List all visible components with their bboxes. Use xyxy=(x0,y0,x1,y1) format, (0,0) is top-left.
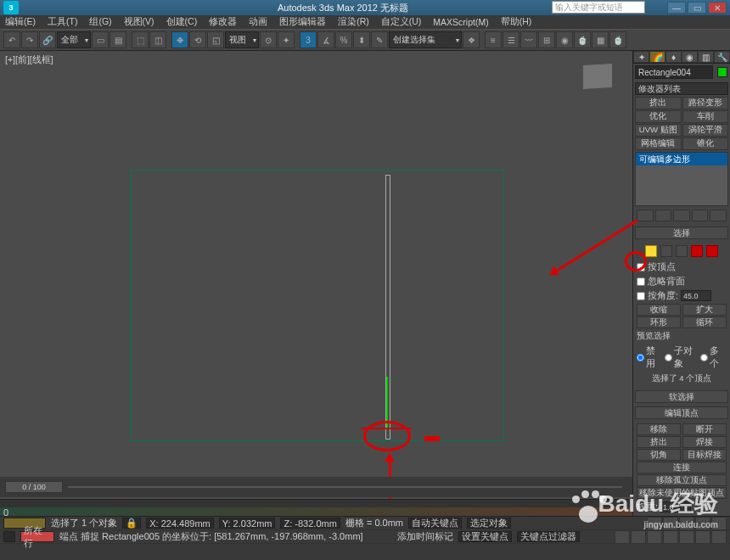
subobj-border-button[interactable] xyxy=(676,245,688,257)
coord-x[interactable]: X: 224.489mm xyxy=(146,518,214,529)
select-object-button[interactable]: ▭ xyxy=(92,31,109,48)
material-editor-button[interactable]: ◉ xyxy=(556,31,573,48)
mod-turbosmooth[interactable]: 涡轮平滑 xyxy=(682,124,729,137)
menu-customize[interactable]: 自定义(U) xyxy=(381,16,422,28)
maximize-viewport-button[interactable] xyxy=(711,530,727,544)
viewport-label[interactable]: [+][前][线框] xyxy=(5,54,53,66)
minimize-button[interactable]: — xyxy=(667,2,686,14)
link-button[interactable]: 🔗 xyxy=(39,31,56,48)
keyfilters-button[interactable]: 关键点过滤器 xyxy=(517,531,580,542)
named-selset-dropdown[interactable]: 创建选择集 xyxy=(389,31,462,48)
menu-animation[interactable]: 动画 xyxy=(249,16,267,28)
time-slider-knob[interactable]: 0 / 100 xyxy=(5,481,63,493)
curve-editor-button[interactable]: 〰 xyxy=(520,31,537,48)
percent-snap-button[interactable]: % xyxy=(335,31,352,48)
weight-spinner[interactable]: 1.0 xyxy=(660,501,691,512)
zoom-extents-button[interactable] xyxy=(647,530,662,544)
snap-toggle-3-button[interactable]: 3 xyxy=(300,31,317,48)
connect-button[interactable]: 连接 xyxy=(637,462,727,473)
by-angle-checkbox[interactable] xyxy=(637,292,645,300)
pan-button[interactable] xyxy=(679,530,694,544)
play-button[interactable] xyxy=(679,517,694,530)
fov-button[interactable] xyxy=(663,530,678,544)
spinner-snap-button[interactable]: ⬍ xyxy=(353,31,370,48)
configure-sets-button[interactable] xyxy=(710,210,727,221)
menu-grapheditors[interactable]: 图形编辑器 xyxy=(279,16,326,28)
preview-multi-radio[interactable] xyxy=(700,354,708,361)
render-setup-button[interactable]: 🍵 xyxy=(574,31,591,48)
hierarchy-tab[interactable]: ♦ xyxy=(665,51,682,63)
chamfer-button[interactable]: 切角 xyxy=(637,449,681,461)
show-end-result-button[interactable] xyxy=(655,210,672,221)
make-unique-button[interactable] xyxy=(673,210,690,221)
mod-optimize[interactable]: 优化 xyxy=(635,110,682,123)
modifier-stack[interactable]: 可编辑多边形 xyxy=(635,152,728,206)
viewport-front[interactable]: [+][前][线框] 0 / 100 0 xyxy=(0,51,633,516)
mod-extrude[interactable]: 挤出 xyxy=(635,97,682,109)
menu-create[interactable]: 创建(C) xyxy=(166,16,198,28)
modifier-list-dropdown[interactable]: 修改器列表 xyxy=(635,82,728,95)
subobj-polygon-button[interactable] xyxy=(691,245,703,257)
autokey-button[interactable]: 自动关键点 xyxy=(408,518,462,529)
pivot-button[interactable]: ⊙ xyxy=(260,31,277,48)
weld-button[interactable]: 焊接 xyxy=(682,436,727,448)
remove-button[interactable]: 移除 xyxy=(637,423,681,435)
coord-y[interactable]: Y: 2.032mm xyxy=(219,518,276,529)
subobj-vertex-button[interactable] xyxy=(645,245,657,257)
create-tab[interactable]: ✦ xyxy=(633,51,649,63)
orbit-button[interactable] xyxy=(695,530,710,544)
preview-subobj-radio[interactable] xyxy=(665,354,672,361)
rollout-softselection[interactable]: 软选择 xyxy=(635,390,728,403)
render-button[interactable]: 🍵 xyxy=(609,31,626,48)
help-search-input[interactable]: 输入关键字或短语 xyxy=(552,1,645,14)
next-frame-button[interactable] xyxy=(695,517,710,530)
mod-lathe[interactable]: 车削 xyxy=(682,110,729,123)
manipulate-button[interactable]: ✦ xyxy=(278,31,295,48)
ignore-backfacing-checkbox[interactable] xyxy=(637,277,645,286)
move-gizmo[interactable] xyxy=(386,377,388,428)
time-slider[interactable]: 0 / 100 xyxy=(0,477,632,497)
select-rotate-button[interactable]: ⟲ xyxy=(189,31,206,48)
prev-frame-button[interactable] xyxy=(663,517,678,530)
menu-modifiers[interactable]: 修改器 xyxy=(209,16,237,28)
break-button[interactable]: 断开 xyxy=(682,423,727,435)
layers-button[interactable]: ☰ xyxy=(503,31,519,48)
mod-taper[interactable]: 锥化 xyxy=(682,137,729,150)
goto-end-button[interactable] xyxy=(711,517,727,530)
ring-button[interactable]: 环形 xyxy=(637,316,681,328)
menu-rendering[interactable]: 渲染(R) xyxy=(338,16,369,28)
extrude-button[interactable]: 挤出 xyxy=(637,436,681,448)
render-frame-button[interactable]: ▦ xyxy=(592,31,609,48)
lock-selection-button[interactable]: 🔒 xyxy=(122,518,141,529)
edit-named-sel-button[interactable]: ✎ xyxy=(371,31,388,48)
undo-button[interactable]: ↶ xyxy=(3,31,20,48)
zoom-button[interactable] xyxy=(615,530,630,544)
angle-spinner[interactable]: 45.0 xyxy=(681,290,711,301)
zoom-all-button[interactable] xyxy=(631,530,646,544)
grow-button[interactable]: 扩大 xyxy=(682,304,727,316)
menu-edit[interactable]: 编辑(E) xyxy=(5,16,36,28)
object-color-swatch[interactable] xyxy=(717,67,727,77)
subobj-element-button[interactable] xyxy=(706,245,718,257)
goto-start-button[interactable] xyxy=(647,517,662,530)
setkey-button[interactable]: 设置关键点 xyxy=(458,531,512,542)
remove-iso-button[interactable]: 移除孤立顶点 xyxy=(637,474,727,486)
pin-stack-button[interactable] xyxy=(637,210,654,221)
window-crossing-button[interactable]: ◫ xyxy=(149,31,166,48)
align-button[interactable]: ≡ xyxy=(485,31,502,48)
select-rect-button[interactable]: ⬚ xyxy=(132,31,149,48)
menu-views[interactable]: 视图(V) xyxy=(124,16,154,28)
rollout-editvertices[interactable]: 编辑顶点 xyxy=(635,406,728,419)
object-rectangle[interactable] xyxy=(131,170,504,441)
coord-z[interactable]: Z: -832.0mm xyxy=(280,518,340,529)
trackbar-ruler[interactable]: 0 xyxy=(0,507,632,516)
select-move-button[interactable]: ✥ xyxy=(171,31,188,48)
remove-modifier-button[interactable] xyxy=(692,210,709,221)
menu-group[interactable]: 组(G) xyxy=(89,16,111,28)
motion-tab[interactable]: ◉ xyxy=(682,51,698,63)
display-tab[interactable]: ▥ xyxy=(698,51,714,63)
loop-button[interactable]: 循环 xyxy=(682,316,727,328)
refcoord-dropdown[interactable]: 视图 xyxy=(225,31,259,48)
menu-maxscript[interactable]: MAXScript(M) xyxy=(433,17,488,27)
time-slider-track[interactable] xyxy=(68,486,622,488)
